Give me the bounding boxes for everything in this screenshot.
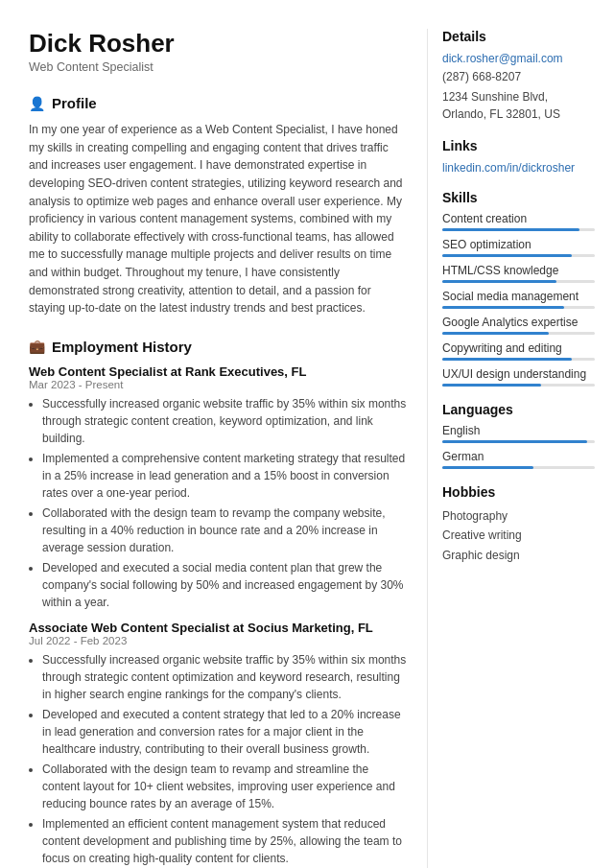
skill-bar-bg-5 — [442, 358, 595, 361]
profile-section-heading: 👤 Profile — [29, 95, 408, 111]
skill-item-3: Social media management — [442, 290, 595, 309]
job-title-0: Web Content Specialist at Rank Executive… — [29, 364, 408, 379]
profile-text: In my one year of experience as a Web Co… — [29, 121, 408, 317]
lang-bar-fill-1 — [442, 466, 533, 469]
details-section-title: Details — [442, 29, 595, 44]
employment-section-heading: 💼 Employment History — [29, 339, 408, 355]
skill-item-1: SEO optimization — [442, 238, 595, 257]
job-bullet-1-1: Developed and executed a content strateg… — [42, 706, 408, 758]
profile-icon: 👤 — [29, 96, 45, 111]
job-bullet-0-0: Successfully increased organic website t… — [42, 395, 408, 447]
hobby-2: Graphic design — [442, 546, 595, 565]
skill-item-5: Copywriting and editing — [442, 341, 595, 361]
job-bullet-1-3: Implemented an efficient content managem… — [42, 815, 408, 867]
lang-item-0: English — [442, 424, 595, 443]
lang-name-0: English — [442, 424, 595, 437]
job-item-0: Web Content Specialist at Rank Executive… — [29, 364, 408, 611]
lang-bar-bg-1 — [442, 466, 595, 469]
job-date-1: Jul 2022 - Feb 2023 — [29, 635, 408, 646]
skill-bar-bg-1 — [442, 254, 595, 257]
job-bullet-0-3: Developed and executed a social media co… — [42, 559, 408, 611]
skill-name-4: Google Analytics expertise — [442, 316, 595, 329]
linkedin-link[interactable]: linkedin.com/in/dickrosher — [442, 161, 575, 175]
job-date-0: Mar 2023 - Present — [29, 379, 408, 390]
skill-item-4: Google Analytics expertise — [442, 316, 595, 335]
skill-bar-bg-6 — [442, 384, 595, 387]
skill-bar-bg-0 — [442, 228, 595, 231]
languages-section-title: Languages — [442, 402, 595, 417]
skill-bar-bg-4 — [442, 332, 595, 335]
phone-text: (287) 668-8207 — [442, 68, 595, 85]
skill-bar-bg-2 — [442, 280, 595, 283]
skill-name-2: HTML/CSS knowledge — [442, 264, 595, 277]
job-item-1: Associate Web Content Specialist at Soci… — [29, 621, 408, 867]
address-text: 1234 Sunshine Blvd, Orlando, FL 32801, U… — [442, 88, 595, 123]
links-section-title: Links — [442, 138, 595, 153]
job-title-1: Associate Web Content Specialist at Soci… — [29, 621, 408, 635]
skill-name-0: Content creation — [442, 212, 595, 225]
skills-section-title: Skills — [442, 190, 595, 205]
skill-item-2: HTML/CSS knowledge — [442, 264, 595, 283]
job-bullets-0: Successfully increased organic website t… — [42, 395, 408, 611]
name: Dick Rosher — [29, 29, 408, 59]
lang-bar-fill-0 — [442, 440, 587, 443]
skill-bar-fill-2 — [442, 280, 556, 283]
job-bullets-1: Successfully increased organic website t… — [42, 651, 408, 867]
skill-bar-fill-3 — [442, 306, 564, 309]
skill-name-5: Copywriting and editing — [442, 341, 595, 355]
skill-bar-bg-3 — [442, 306, 595, 309]
skill-bar-fill-6 — [442, 384, 541, 387]
skill-name-1: SEO optimization — [442, 238, 595, 251]
job-bullet-0-2: Collaborated with the design team to rev… — [42, 504, 408, 556]
job-bullet-0-1: Implemented a comprehensive content mark… — [42, 450, 408, 502]
skill-bar-fill-5 — [442, 358, 572, 361]
skill-item-0: Content creation — [442, 212, 595, 231]
job-bullet-1-2: Collaborated with the design team to rev… — [42, 761, 408, 812]
lang-item-1: German — [442, 450, 595, 469]
skill-bar-fill-4 — [442, 332, 549, 335]
lang-bar-bg-0 — [442, 440, 595, 443]
email-link[interactable]: dick.rosher@gmail.com — [442, 52, 563, 65]
skill-name-6: UX/UI design understanding — [442, 367, 595, 381]
hobby-0: Photography — [442, 506, 595, 526]
skill-item-6: UX/UI design understanding — [442, 367, 595, 387]
hobby-1: Creative writing — [442, 526, 595, 545]
job-title: Web Content Specialist — [29, 60, 408, 74]
skill-bar-fill-0 — [442, 228, 579, 231]
hobbies-section-title: Hobbies — [442, 484, 595, 500]
skill-bar-fill-1 — [442, 254, 572, 257]
skill-name-3: Social media management — [442, 290, 595, 303]
employment-icon: 💼 — [29, 339, 45, 354]
lang-name-1: German — [442, 450, 595, 463]
job-bullet-1-0: Successfully increased organic website t… — [42, 651, 408, 703]
